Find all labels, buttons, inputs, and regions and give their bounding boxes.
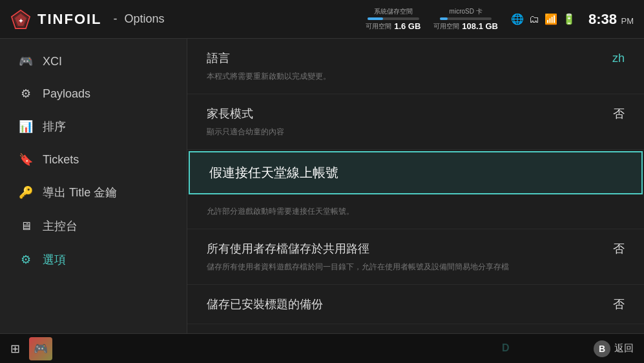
back-button[interactable]: B 返回 bbox=[594, 340, 634, 357]
system-storage-available-label: 可用空間 bbox=[366, 22, 391, 31]
sort-icon: 📊 bbox=[18, 119, 34, 134]
b-button-icon: B bbox=[594, 340, 610, 357]
sd-card-icon: 🗂 bbox=[529, 14, 539, 25]
setting-fake-online-header: 假連接任天堂線上帳號 bbox=[209, 164, 622, 182]
setting-backup-header: 儲存已安裝標題的備份 否 bbox=[207, 296, 625, 312]
microsd-bar bbox=[440, 17, 492, 20]
console-icon: 🖥 bbox=[18, 220, 34, 233]
setting-parental-header: 家長模式 否 bbox=[207, 106, 625, 121]
setting-backup-title: 儲存已安裝標題的備份 bbox=[207, 296, 323, 312]
header: ✦ TINFOIL - Options 系統儲存空間 可用空間 1.6 GB m… bbox=[0, 0, 644, 39]
setting-fake-online[interactable]: 假連接任天堂線上帳號 bbox=[189, 151, 643, 194]
system-storage-value-row: 可用空間 1.6 GB bbox=[366, 21, 421, 31]
system-storage-label: 系統儲存空間 bbox=[374, 7, 413, 16]
footer: ⊞ 🎮 D B 返回 bbox=[0, 333, 644, 363]
header-icons-group: 🌐 🗂 📶 🔋 bbox=[511, 13, 576, 25]
setting-language-title: 語言 bbox=[207, 50, 230, 66]
sidebar-label-export-title: 導出 Title 金鑰 bbox=[43, 185, 117, 200]
sidebar-item-tickets[interactable]: 🔖 Tickets bbox=[0, 143, 187, 176]
settings-panel: 語言 zh 本程式將需要重新啟動以完成變更。 家長模式 否 顯示只適合幼童的內容… bbox=[187, 39, 644, 333]
app-title: TINFOIL bbox=[37, 11, 102, 28]
microsd-storage-block: microSD 卡 可用空間 108.1 GB bbox=[433, 7, 498, 31]
clock-time: 8:38 bbox=[588, 11, 617, 27]
page-subtitle: - Options bbox=[114, 12, 165, 26]
sidebar-item-sort[interactable]: 📊 排序 bbox=[0, 110, 187, 143]
microsd-fill bbox=[440, 17, 448, 20]
setting-parental-title: 家長模式 bbox=[207, 106, 253, 121]
clock-ampm: PM bbox=[621, 16, 634, 26]
setting-language[interactable]: 語言 zh 本程式將需要重新啟動以完成變更。 bbox=[187, 39, 644, 94]
setting-shared-saves-header: 所有使用者存檔儲存於共用路徑 否 bbox=[207, 241, 625, 256]
svg-text:✦: ✦ bbox=[18, 17, 24, 25]
header-status-area: 系統儲存空間 可用空間 1.6 GB microSD 卡 可用空間 108.1 … bbox=[366, 0, 634, 38]
microsd-value: 108.1 GB bbox=[462, 21, 498, 31]
setting-parental[interactable]: 家長模式 否 顯示只適合幼童的內容 bbox=[187, 94, 644, 150]
sidebar-label-tickets: Tickets bbox=[43, 153, 79, 167]
sidebar-item-export-title[interactable]: 🔑 導出 Title 金鑰 bbox=[0, 176, 187, 209]
footer-left: ⊞ 🎮 bbox=[10, 337, 52, 360]
payloads-icon: ⚙ bbox=[18, 87, 34, 101]
system-storage-block: 系統儲存空間 可用空間 1.6 GB bbox=[366, 7, 421, 31]
setting-language-value: zh bbox=[612, 52, 625, 65]
sidebar-label-options: 選項 bbox=[43, 252, 66, 267]
sidebar-label-sort: 排序 bbox=[43, 119, 66, 134]
grid-icon: ⊞ bbox=[10, 342, 20, 356]
tinfoil-logo-icon: ✦ bbox=[10, 9, 31, 30]
sidebar-label-xci: XCI bbox=[43, 55, 62, 68]
sidebar: 🎮 XCI ⚙ Payloads 📊 排序 🔖 Tickets 🔑 導出 Tit… bbox=[0, 39, 187, 333]
system-storage-fill bbox=[368, 17, 383, 20]
setting-shared-saves-value: 否 bbox=[613, 241, 625, 256]
setting-shared-saves[interactable]: 所有使用者存檔儲存於共用路徑 否 儲存所有使用者資料遊戲存檔於同一目錄下，允許在… bbox=[187, 229, 644, 285]
setting-parental-value: 否 bbox=[613, 106, 625, 121]
globe-icon: 🌐 bbox=[511, 13, 524, 25]
setting-backup[interactable]: 儲存已安裝標題的備份 否 bbox=[187, 285, 644, 324]
setting-shared-saves-title: 所有使用者存檔儲存於共用路徑 bbox=[207, 241, 369, 256]
setting-shared-saves-desc: 儲存所有使用者資料遊戲存檔於同一目錄下，允許在使用者帳號及設備間簡易地分享存檔 bbox=[207, 262, 625, 273]
xci-icon: 🎮 bbox=[18, 54, 34, 68]
wifi-icon: 📶 bbox=[545, 13, 557, 25]
microsd-available-label: 可用空間 bbox=[433, 22, 459, 31]
svg-text:D: D bbox=[502, 342, 510, 353]
setting-language-header: 語言 zh bbox=[207, 50, 625, 66]
sidebar-item-console[interactable]: 🖥 主控台 bbox=[0, 209, 187, 243]
footer-right: B 返回 bbox=[594, 340, 634, 357]
system-storage-value: 1.6 GB bbox=[394, 21, 421, 31]
logo-area: ✦ TINFOIL - Options bbox=[10, 9, 165, 30]
tickets-icon: 🔖 bbox=[18, 152, 34, 167]
watermark: D bbox=[502, 340, 541, 358]
microsd-value-row: 可用空間 108.1 GB bbox=[433, 21, 498, 31]
sidebar-item-options[interactable]: ⚙ 選項 bbox=[0, 243, 187, 276]
sidebar-item-payloads[interactable]: ⚙ Payloads bbox=[0, 78, 187, 110]
back-label: 返回 bbox=[614, 342, 634, 355]
main-layout: 🎮 XCI ⚙ Payloads 📊 排序 🔖 Tickets 🔑 導出 Tit… bbox=[0, 39, 644, 333]
system-storage-bar bbox=[368, 17, 419, 20]
setting-fake-online-desc: 允許部分遊戲啟動時需要連接任天堂帳號。 bbox=[207, 206, 625, 217]
sidebar-label-console: 主控台 bbox=[43, 218, 78, 234]
game-thumbnail: 🎮 bbox=[29, 337, 52, 360]
setting-language-desc: 本程式將需要重新啟動以完成變更。 bbox=[207, 71, 625, 82]
setting-fake-online-title: 假連接任天堂線上帳號 bbox=[209, 164, 338, 182]
sidebar-label-payloads: Payloads bbox=[43, 87, 90, 101]
microsd-label: microSD 卡 bbox=[450, 7, 483, 16]
sidebar-item-xci[interactable]: 🎮 XCI bbox=[0, 45, 187, 78]
export-icon: 🔑 bbox=[18, 185, 34, 200]
setting-backup-value: 否 bbox=[613, 296, 625, 312]
battery-icon: 🔋 bbox=[563, 13, 576, 25]
clock-display: 8:38 PM bbox=[588, 11, 634, 28]
setting-parental-desc: 顯示只適合幼童的內容 bbox=[207, 127, 625, 138]
options-icon: ⚙ bbox=[18, 253, 34, 267]
setting-fake-online-desc-row: 允許部分遊戲啟動時需要連接任天堂帳號。 bbox=[187, 196, 644, 229]
watermark-logo: D bbox=[502, 340, 541, 355]
